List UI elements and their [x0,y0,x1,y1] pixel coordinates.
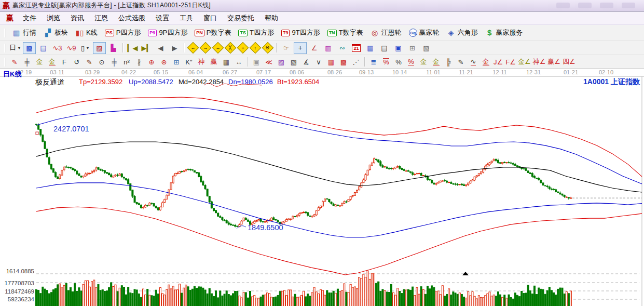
wave3-button[interactable]: ∿3 [51,42,64,54]
ying-hatch-tool[interactable]: 赢 [208,56,220,68]
menu-item-9[interactable]: 帮助 [259,12,283,24]
red-fan-tool[interactable]: ≪ [263,56,275,68]
menu-item-0[interactable]: 文件 [18,12,42,24]
chart-export-button[interactable]: ⊞ [406,42,419,54]
trade-pc-button[interactable]: ▧ [420,42,433,54]
nav-first-button[interactable]: ▎◀ [126,42,139,54]
t-number-button[interactable]: TNT数字表 [324,27,367,38]
note-doc-button[interactable]: ▤ [37,42,50,54]
crosshair-tool-button[interactable]: ＋ [294,42,307,54]
hatch-lines-tool[interactable]: ╪ [21,56,33,68]
price-ruler-tool[interactable]: ╠ [443,56,454,68]
sectors-button[interactable]: ▞板块 [40,27,72,38]
menu-item-2[interactable]: 资讯 [65,12,89,24]
pen-chart-tool[interactable]: ✎ [84,56,95,68]
gann-circle-tool[interactable]: ⊙ [96,56,107,68]
hexagon-button[interactable]: ◈六角形 [443,27,482,38]
percent-tool[interactable]: % [393,56,404,68]
calculator-button[interactable]: ▦ [364,42,377,54]
menu-item-3[interactable]: 江恩 [89,12,113,24]
fan-box-tool[interactable]: ▨ [276,56,287,68]
menu-item-6[interactable]: 工具 [174,12,198,24]
gold-circle-tool[interactable]: 金 [418,56,429,68]
chart-area[interactable]: 02-1903-1103-2904-2205-1506-0406-2707-17… [0,69,644,306]
t-square-button[interactable]: TST四方形 [235,27,277,38]
quotes-button[interactable]: ▦行情 [8,27,40,38]
diamond-cross-button[interactable]: ╳ [225,42,237,54]
kline-button[interactable]: ▮▯K线 [72,27,101,38]
zigzag-tool[interactable]: ∨ [313,56,324,68]
menu-item-5[interactable]: 设置 [150,12,174,24]
calendar-21-button[interactable]: 21 [350,42,363,54]
winner-wheel-button[interactable]: Big赢家轮 [405,27,443,38]
stats-bars-tool[interactable]: ≣ [368,56,379,68]
shen-angle-tool[interactable]: 神∠ [532,56,546,68]
red-grid-arrow-tool[interactable]: ▩ [338,56,349,68]
gold-channel2-tool[interactable]: 金 [46,56,58,68]
9p-square-button[interactable]: P99P四方形 [144,27,191,38]
f-lines-tool[interactable]: F [59,56,70,68]
si-angle-tool[interactable]: 四∠ [562,56,576,68]
wave9-button[interactable]: ∿9 [65,42,78,54]
histogram-button[interactable]: ▙ [107,42,120,54]
period-day-dropdown[interactable]: 日▼ [9,42,22,54]
gann-wheel-button[interactable]: ◎江恩轮 [367,27,405,38]
titlebar-button-blurred[interactable] [556,3,570,8]
titlebar-button-blurred[interactable] [600,3,613,8]
n-squared-tool[interactable]: n² [121,56,132,68]
pen-tool[interactable]: ✎ [9,56,20,68]
nav-prev-button[interactable]: ◀ [154,42,167,54]
titlebar-button-blurred[interactable] [578,3,592,8]
menu-item-1[interactable]: 浏览 [42,12,65,24]
wave-underline-tool[interactable]: ∿ [468,56,479,68]
titlebar-button-blurred[interactable] [622,3,635,8]
mirror-angle-tool[interactable]: ∦ [133,56,145,68]
pen-lines-tool[interactable]: ✎ [455,56,467,68]
red-pattern-button[interactable]: ▨ [93,42,106,54]
star-circle-tool[interactable]: ⊛ [158,56,170,68]
curve-tool-button[interactable]: ∾ [336,42,349,54]
diamond-hspan-button[interactable]: ↔ [212,42,224,54]
slant-lines-tool[interactable]: ⋰ [350,56,362,68]
gold-line-tool[interactable]: 金 [430,56,442,68]
diamond-plus-button[interactable]: ＋ [237,42,249,54]
spiral-tool[interactable]: ↺ [71,56,83,68]
k-quote-tool[interactable]: K″ [183,56,195,68]
p-number-button[interactable]: PNP数字表 [191,27,235,38]
fan-box-dark-tool[interactable]: ▧ [288,56,299,68]
toolbar-grip[interactable] [4,44,6,52]
window-box-tool[interactable]: ▣ [251,56,262,68]
hatch2-tool[interactable]: ╪ [108,56,120,68]
shen-hatch-tool[interactable]: 神 [196,56,207,68]
percent-line-tool[interactable]: % [405,56,417,68]
t-percent-tool[interactable]: % [380,56,392,68]
candle-type-dropdown[interactable]: ▯▼ [79,42,92,54]
hand-tool-button[interactable]: ☞ [280,42,293,54]
gold-underline-tool[interactable]: 金 [480,56,491,68]
diamond-right-button[interactable]: → [200,42,212,54]
pattern-view-button[interactable]: ▩ [23,42,36,54]
angle-measure-button[interactable]: ∠ [308,42,321,54]
nav-next-button[interactable]: ▶ [168,42,181,54]
kline-chart-svg[interactable]: 02-1903-1103-2904-2205-1506-0406-2707-17… [0,69,644,306]
red-grid-tool[interactable]: ▦ [325,56,337,68]
winner-service-button[interactable]: $赢家服务 [482,27,527,38]
p-square-button[interactable]: PSP四方形 [101,27,145,38]
f-angle-tool[interactable]: F∠ [505,56,516,68]
fan-lines-tool[interactable]: ∡ [300,56,312,68]
menu-item-4[interactable]: 公式选股 [113,12,150,24]
grid-123-tool[interactable]: ▦ [221,56,232,68]
box-tool-button[interactable]: ▥ [322,42,335,54]
diamond-vspan-button[interactable]: ↕ [250,42,262,54]
toolbar-grip[interactable] [4,29,6,37]
ying-angle-tool[interactable]: 赢∠ [547,56,561,68]
menu-item-7[interactable]: 窗口 [198,12,222,24]
9t-square-button[interactable]: T99T四方形 [278,27,324,38]
toolbar-grip[interactable] [4,58,6,66]
quote-list-button[interactable]: ▤ [378,42,391,54]
nav-last-button[interactable]: ▶▎ [140,42,153,54]
menu-item-8[interactable]: 交易委托 [222,12,259,24]
save-layout-button[interactable]: ▣ [392,42,405,54]
diamond-left-button[interactable]: ← [187,42,199,54]
circle-cross-tool[interactable]: ⊕ [146,56,157,68]
